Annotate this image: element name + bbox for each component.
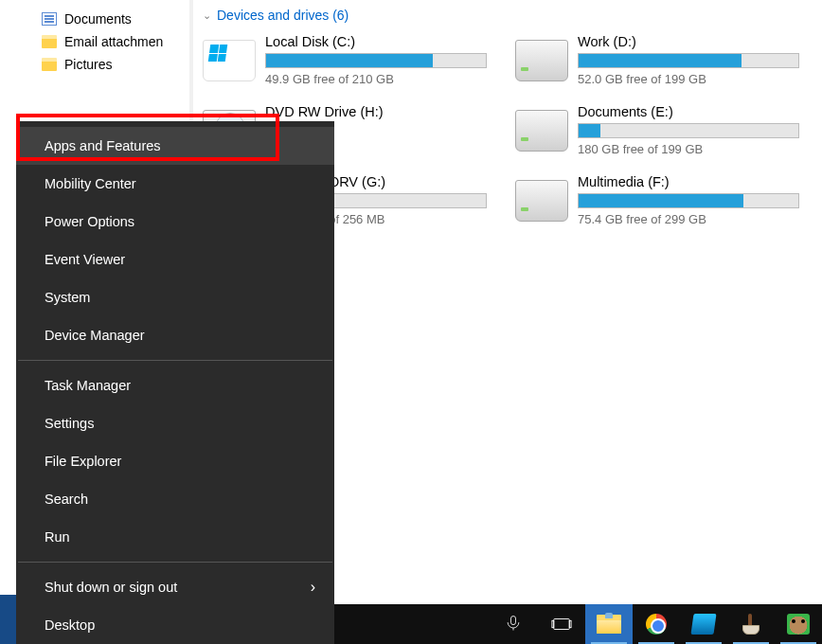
chevron-down-icon: ⌄ <box>203 9 211 22</box>
menu-item-event-viewer[interactable]: Event Viewer <box>16 241 334 278</box>
drive-documents-e[interactable]: Documents (E:) 180 GB free of 199 GB <box>515 102 799 163</box>
nav-item-label: Pictures <box>64 57 113 72</box>
hard-drive-icon <box>515 180 568 222</box>
taskbar-paint-button[interactable] <box>727 604 775 644</box>
menu-item-task-manager[interactable]: Task Manager <box>16 367 334 404</box>
storage-bar <box>265 53 487 68</box>
hard-drive-icon <box>515 110 568 152</box>
menu-item-system[interactable]: System <box>16 278 334 316</box>
drive-local-disk-c[interactable]: Local Disk (C:) 49.9 GB free of 210 GB <box>203 32 487 93</box>
drive-title: Multimedia (F:) <box>578 174 799 189</box>
menu-item-power-options[interactable]: Power Options <box>16 203 334 241</box>
svg-rect-2 <box>552 620 554 627</box>
folder-icon <box>42 35 57 48</box>
task-view-icon <box>551 614 572 635</box>
start-menu-edge <box>0 595 16 644</box>
microphone-icon <box>504 614 525 635</box>
paint-icon <box>739 614 763 635</box>
taskbar-file-explorer-button[interactable] <box>585 604 633 644</box>
svg-rect-0 <box>511 617 516 625</box>
storage-bar <box>578 53 799 68</box>
hard-drive-icon <box>515 40 568 81</box>
menu-item-settings[interactable]: Settings <box>16 404 334 442</box>
menu-separator <box>18 360 332 361</box>
taskbar-sticky-notes-button[interactable] <box>680 604 727 644</box>
nav-item-label: Documents <box>64 11 132 27</box>
menu-item-apps-and-features[interactable]: Apps and Features <box>16 127 334 165</box>
group-header-devices[interactable]: ⌄ Devices and drives (6) <box>203 8 813 23</box>
os-drive-icon <box>203 40 256 81</box>
drive-title: Documents (E:) <box>578 104 799 119</box>
winx-menu: Apps and Features Mobility Center Power … <box>16 121 334 644</box>
svg-rect-3 <box>569 620 571 627</box>
gimp-icon <box>787 614 810 635</box>
menu-item-shut-down[interactable]: Shut down or sign out › <box>16 568 334 606</box>
svg-rect-1 <box>554 619 570 630</box>
menu-item-desktop[interactable]: Desktop <box>16 606 334 644</box>
document-icon <box>42 12 57 26</box>
drive-work-d[interactable]: Work (D:) 52.0 GB free of 199 GB <box>515 32 799 93</box>
drive-free-space: 49.9 GB free of 210 GB <box>265 72 487 86</box>
menu-item-run[interactable]: Run <box>16 518 334 556</box>
nav-item-label: Email attachmen <box>64 34 163 49</box>
taskbar-mic-button[interactable] <box>491 604 538 644</box>
taskbar-taskview-button[interactable] <box>538 604 585 644</box>
menu-item-file-explorer[interactable]: File Explorer <box>16 442 334 480</box>
taskbar-gimp-button[interactable] <box>775 604 822 644</box>
drive-title: DVD RW Drive (H:) <box>265 104 487 119</box>
folder-icon <box>42 58 57 71</box>
nav-item-email-attachments[interactable]: Email attachmen <box>0 30 189 53</box>
drive-free-space: 75.4 GB free of 299 GB <box>578 212 799 226</box>
chrome-icon <box>646 614 667 635</box>
storage-bar <box>578 123 799 138</box>
menu-item-search[interactable]: Search <box>16 480 334 518</box>
drive-title: Local Disk (C:) <box>265 34 487 49</box>
storage-bar <box>578 193 799 208</box>
drive-free-space: 52.0 GB free of 199 GB <box>578 72 799 86</box>
sticky-notes-icon <box>690 614 716 635</box>
taskbar-chrome-button[interactable] <box>633 604 680 644</box>
nav-item-pictures[interactable]: Pictures <box>0 53 189 76</box>
file-explorer-icon <box>597 615 621 634</box>
group-label: Devices and drives (6) <box>217 8 348 23</box>
drive-title: Work (D:) <box>578 34 799 49</box>
menu-item-device-manager[interactable]: Device Manager <box>16 316 334 354</box>
menu-item-mobility-center[interactable]: Mobility Center <box>16 165 334 203</box>
nav-item-documents[interactable]: Documents <box>0 8 189 30</box>
menu-separator <box>18 562 332 563</box>
chevron-right-icon: › <box>311 579 315 596</box>
drive-free-space: 180 GB free of 199 GB <box>578 142 799 156</box>
drive-multimedia-f[interactable]: Multimedia (F:) 75.4 GB free of 299 GB <box>515 172 799 233</box>
